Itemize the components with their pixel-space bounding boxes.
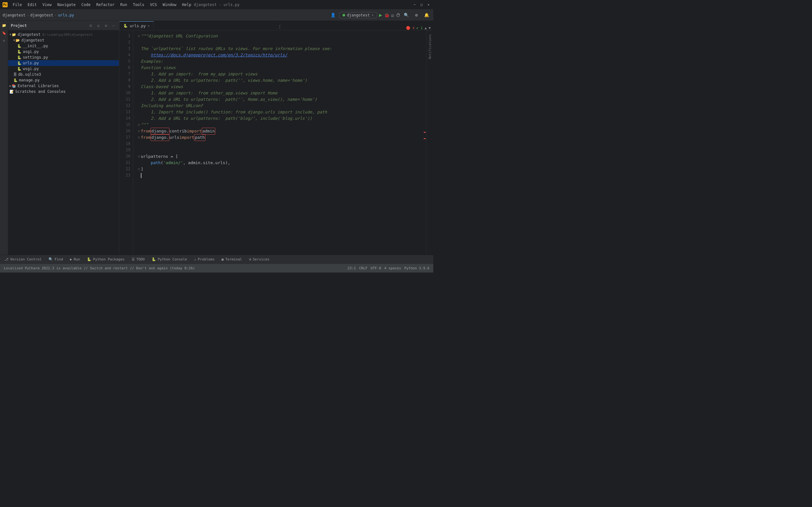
file-settings: settings.py bbox=[23, 55, 48, 60]
tab-python-console[interactable]: 🐍 Python Console bbox=[148, 256, 190, 263]
menu-refactor[interactable]: Refactor bbox=[94, 2, 117, 8]
updates-button[interactable]: 🔔 bbox=[422, 11, 431, 19]
code-line-8: 2. Add a URL to urlpatterns: path('', vi… bbox=[137, 77, 419, 83]
tree-file-wsgi[interactable]: 🐍 wsgi.py bbox=[8, 66, 119, 72]
python-console-icon: 🐍 bbox=[152, 257, 156, 262]
project-icon[interactable]: 📁 bbox=[1, 22, 7, 29]
code-line-3: The `urlpatterns` list routes URLs to vi… bbox=[137, 46, 419, 52]
tab-services[interactable]: ⚙ Services bbox=[246, 256, 273, 263]
breadcrumb-project[interactable]: djangotest bbox=[3, 13, 26, 17]
fold-22[interactable]: ⊟ bbox=[137, 166, 141, 172]
tree-folder-djangotest[interactable]: ▼ 📂 djangotest bbox=[8, 38, 119, 43]
structure-icon[interactable]: ≡ bbox=[1, 38, 7, 44]
menu-tools[interactable]: Tools bbox=[131, 2, 147, 8]
maximize-button[interactable]: □ bbox=[419, 3, 424, 7]
run-button[interactable]: ▶ bbox=[379, 12, 382, 18]
todo-icon: ☰ bbox=[132, 257, 135, 262]
tab-todo[interactable]: ☰ TODO bbox=[129, 256, 148, 263]
toolbar: djangotest › djangotest › urls.py 👤 djan… bbox=[0, 9, 433, 21]
breadcrumb-folder[interactable]: djangotest bbox=[30, 13, 53, 17]
warning-count[interactable]: ✔ 1 bbox=[416, 26, 423, 30]
error-count[interactable]: 🔴 4 bbox=[406, 26, 415, 30]
toolbar-right: 👤 djangotest ▾ ▶ 🐞 ☑ ⏱ 🔍 ⚙ 🔔 bbox=[329, 11, 431, 19]
tree-external-libs[interactable]: ▶ 📚 External Libraries bbox=[8, 83, 119, 89]
code-line-7: 1. Add an import: from my_app import vie… bbox=[137, 71, 419, 77]
ln-19: 19 bbox=[119, 147, 131, 153]
fold-16[interactable]: ⊟ bbox=[137, 128, 141, 134]
bookmarks-icon[interactable]: 🔖 bbox=[1, 30, 7, 36]
menu-vcs[interactable]: VCS bbox=[148, 2, 159, 8]
menu-run[interactable]: Run bbox=[118, 2, 130, 8]
collapse-all-icon[interactable]: ⊟ bbox=[88, 23, 94, 29]
ln-10: 10 bbox=[119, 90, 131, 96]
tab-version-control[interactable]: ⎇ Version Control bbox=[1, 256, 45, 263]
tab-run[interactable]: ▶ Run bbox=[67, 256, 84, 263]
menu-code[interactable]: Code bbox=[79, 2, 93, 8]
minimize-button[interactable]: ─ bbox=[412, 3, 417, 7]
tree-file-init[interactable]: 🐍 __init__.py bbox=[8, 43, 119, 49]
status-encoding[interactable]: UTF-8 bbox=[369, 266, 382, 270]
tab-terminal-label: Terminal bbox=[225, 257, 242, 262]
tree-root[interactable]: ▼ 📁 djangotest D:\code\py396\djangotest bbox=[8, 32, 119, 38]
profile-run-button[interactable]: ⏱ bbox=[396, 13, 400, 18]
tree-file-db[interactable]: 🗄 db.sqlite3 bbox=[8, 72, 119, 77]
django-docs-link[interactable]: https://docs.djangoproject.com/en/3.2/to… bbox=[151, 53, 287, 57]
status-line-col[interactable]: 23:1 bbox=[346, 266, 357, 270]
tab-more-button[interactable]: ⋮ bbox=[275, 23, 284, 30]
menu-file[interactable]: File bbox=[10, 2, 24, 8]
menu-window[interactable]: Window bbox=[160, 2, 179, 8]
error-indicator: 🔴 4 ✔ 1 ▲ ▼ bbox=[406, 26, 433, 30]
tab-python-packages[interactable]: 🐍 Python Packages bbox=[84, 256, 128, 263]
tree-file-urls[interactable]: 🐍 urls.py bbox=[8, 60, 119, 66]
notifications-label[interactable]: Notifications bbox=[427, 32, 432, 61]
gear-icon[interactable]: ⚙ bbox=[103, 23, 109, 29]
tree-file-asgi[interactable]: 🐍 asgi.py bbox=[8, 49, 119, 55]
tab-close-icon[interactable]: ✕ bbox=[148, 24, 150, 27]
highlight-django-contrib: django. bbox=[151, 128, 169, 135]
profile-button[interactable]: 👤 bbox=[329, 11, 337, 19]
tree-scratches[interactable]: 📝 Scratches and Consoles bbox=[8, 89, 119, 95]
ln-22: 22 bbox=[119, 166, 131, 172]
tree-file-manage[interactable]: 🐍 manage.py bbox=[8, 77, 119, 83]
menu-edit[interactable]: Edit bbox=[25, 2, 39, 8]
tab-terminal[interactable]: ▣ Terminal bbox=[218, 256, 246, 263]
nav-up[interactable]: ▲ bbox=[425, 26, 427, 30]
status-python[interactable]: Python 3.9.6 bbox=[403, 266, 431, 270]
close-button[interactable]: ✕ bbox=[426, 3, 431, 7]
code-content[interactable]: ⊟ """djangotest URL Configuration The `u… bbox=[133, 31, 422, 255]
tab-label: urls.py bbox=[130, 24, 146, 28]
coverage-button[interactable]: ☑ bbox=[392, 13, 394, 18]
locate-icon[interactable]: ◎ bbox=[96, 23, 101, 29]
nav-down[interactable]: ▼ bbox=[428, 26, 431, 30]
menu-help[interactable]: Help bbox=[180, 2, 194, 8]
settings-button[interactable]: ⚙ bbox=[412, 11, 420, 19]
notification-text: Localized PyCharm 2022.3 is available //… bbox=[4, 266, 195, 270]
line-1-text: """djangotest URL Configuration bbox=[141, 33, 218, 39]
code-line-18 bbox=[137, 141, 419, 147]
fold-17[interactable]: ⊟ bbox=[137, 134, 141, 141]
minimize-panel-icon[interactable]: — bbox=[111, 23, 116, 29]
tab-find[interactable]: 🔍 Find bbox=[45, 256, 66, 263]
status-indent[interactable]: 4 spaces bbox=[383, 266, 403, 270]
menu-view[interactable]: View bbox=[40, 2, 54, 8]
breadcrumb-file[interactable]: urls.py bbox=[58, 13, 74, 17]
tab-problems[interactable]: ⚠ Problems bbox=[191, 256, 218, 263]
code-line-9: Class-based views bbox=[137, 83, 419, 90]
code-editor[interactable]: 1 2 3 4 5 6 7 8 9 10 11 12 13 14 15 16 1… bbox=[119, 31, 433, 255]
status-notification[interactable]: Localized PyCharm 2022.3 is available //… bbox=[3, 264, 196, 273]
fold-15[interactable]: ⊟ bbox=[137, 122, 141, 128]
debug-button[interactable]: 🐞 bbox=[384, 13, 390, 18]
search-button[interactable]: 🔍 bbox=[402, 11, 410, 19]
python-packages-icon: 🐍 bbox=[87, 257, 91, 262]
fold-20[interactable]: ⊟ bbox=[137, 153, 141, 160]
code-line-17: ⊟ from django. urls import path bbox=[137, 134, 419, 141]
menu-navigate[interactable]: Navigate bbox=[55, 2, 78, 8]
code-line-19 bbox=[137, 147, 419, 153]
title-bar: Pc File Edit View Navigate Code Refactor… bbox=[0, 0, 433, 9]
tab-urls-py[interactable]: 🐍 urls.py ✕ bbox=[119, 21, 154, 30]
ln-9: 9 bbox=[119, 83, 131, 90]
tree-file-settings[interactable]: 🐍 settings.py bbox=[8, 55, 119, 60]
fold-1[interactable]: ⊟ bbox=[137, 33, 141, 39]
status-crlf[interactable]: CRLF bbox=[358, 266, 369, 270]
run-configuration[interactable]: djangotest ▾ bbox=[339, 12, 377, 18]
